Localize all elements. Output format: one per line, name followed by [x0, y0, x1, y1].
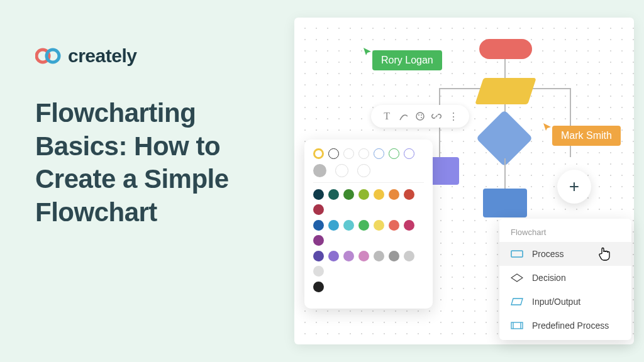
swatch[interactable] [328, 189, 339, 200]
page-title: Flowcharting Basics: How to Create a Sim… [35, 97, 287, 229]
shape-parallelogram[interactable] [475, 78, 536, 104]
menu-item-label: Process [532, 249, 564, 259]
swatch[interactable] [343, 148, 354, 159]
swatch[interactable] [389, 148, 399, 159]
brand-name: creately [68, 45, 136, 67]
swatch[interactable] [313, 189, 324, 200]
stroke-thin[interactable] [313, 164, 326, 177]
swatch[interactable] [328, 251, 339, 261]
connector [570, 88, 571, 157]
decision-icon [511, 273, 523, 282]
swatch[interactable] [313, 148, 324, 159]
floating-toolbar[interactable]: T ⋮ [371, 105, 469, 128]
swatch[interactable] [313, 266, 324, 277]
swatch[interactable] [389, 189, 399, 200]
diagram-canvas[interactable]: Rory Logan Mark Smith T ⋮ [294, 18, 634, 344]
swatch[interactable] [328, 220, 339, 231]
menu-item-process[interactable]: Process [499, 242, 631, 266]
cursor-icon [542, 122, 552, 132]
svg-point-2 [416, 112, 424, 120]
color-palette-panel[interactable] [304, 140, 433, 309]
swatch[interactable] [404, 251, 414, 261]
swatch[interactable] [389, 251, 399, 261]
io-icon [511, 297, 523, 306]
swatch[interactable] [343, 220, 354, 231]
shape-process[interactable] [483, 189, 527, 217]
swatch[interactable] [374, 220, 384, 231]
svg-point-4 [421, 114, 422, 116]
draw-tool-icon[interactable] [398, 111, 409, 122]
brand-logo: creately [35, 45, 287, 67]
stroke-thick[interactable] [357, 164, 370, 177]
swatch[interactable] [358, 148, 369, 159]
svg-point-3 [418, 114, 419, 116]
shape-picker-menu[interactable]: Flowchart Process Decision Input/Output … [499, 219, 631, 340]
menu-item-predefined[interactable]: Predefined Process [499, 314, 631, 337]
swatch[interactable] [374, 189, 384, 200]
connector [504, 59, 506, 78]
swatch[interactable] [313, 204, 324, 215]
menu-item-label: Decision [532, 273, 566, 283]
swatch[interactable] [313, 235, 324, 246]
swatch[interactable] [313, 220, 324, 231]
swatch[interactable] [358, 251, 369, 261]
swatch[interactable] [404, 148, 414, 159]
swatch[interactable] [358, 220, 369, 231]
process-icon [511, 250, 523, 258]
stroke-width-picker [313, 164, 424, 177]
divider [313, 182, 424, 183]
predefined-icon [511, 321, 523, 330]
svg-rect-6 [511, 251, 523, 257]
collab-user-tag: Mark Smith [552, 126, 621, 146]
swatch[interactable] [404, 189, 414, 200]
menu-heading: Flowchart [499, 225, 631, 242]
swatch[interactable] [374, 251, 384, 261]
menu-item-io[interactable]: Input/Output [499, 290, 631, 314]
swatch[interactable] [358, 189, 369, 200]
swatch[interactable] [389, 220, 399, 231]
swatch[interactable] [313, 282, 324, 292]
connector [504, 158, 506, 189]
menu-item-label: Predefined Process [532, 321, 609, 331]
menu-item-decision[interactable]: Decision [499, 266, 631, 290]
collab-user-tag: Rory Logan [372, 50, 442, 70]
fill-swatches [313, 220, 424, 246]
swatch[interactable] [374, 148, 384, 159]
fill-swatches [313, 251, 424, 277]
link-tool-icon[interactable] [431, 111, 442, 122]
shape-terminator[interactable] [479, 39, 532, 59]
plus-icon: + [569, 177, 579, 197]
logo-mark-icon [35, 47, 63, 65]
menu-item-label: Input/Output [532, 297, 580, 307]
hand-cursor-icon [597, 246, 613, 266]
fill-swatches [313, 189, 424, 215]
outline-swatches [313, 148, 424, 159]
svg-point-5 [421, 117, 422, 118]
swatch[interactable] [343, 189, 354, 200]
cursor-icon [362, 47, 372, 57]
palette-tool-icon[interactable] [414, 111, 426, 122]
swatch[interactable] [343, 251, 354, 261]
more-icon[interactable]: ⋮ [448, 111, 459, 122]
swatch[interactable] [328, 148, 339, 159]
swatch[interactable] [313, 251, 324, 261]
fill-swatches [313, 282, 424, 292]
text-tool-icon[interactable]: T [381, 111, 392, 122]
add-shape-button[interactable]: + [557, 170, 591, 204]
stroke-med[interactable] [335, 164, 348, 177]
swatch[interactable] [404, 220, 414, 231]
